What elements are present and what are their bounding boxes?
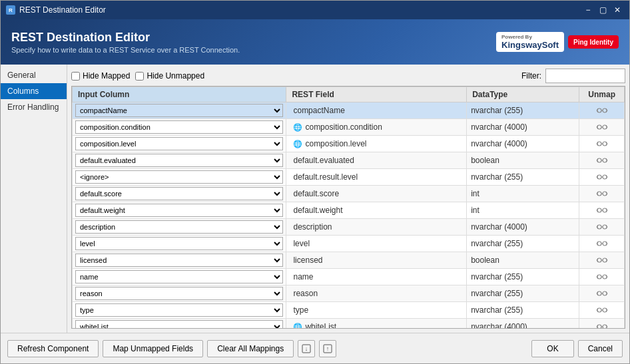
ok-button[interactable]: OK <box>531 340 573 357</box>
bottom-right-buttons: OK Cancel <box>531 340 623 357</box>
clear-all-mappings-button[interactable]: Clear All Mappings <box>207 340 294 357</box>
unmap-button[interactable] <box>582 305 621 315</box>
rest-field-text: description <box>293 222 332 232</box>
unmap-button[interactable] <box>582 189 621 198</box>
header: REST Destination Editor Specify how to w… <box>1 19 629 65</box>
rest-field-cell: level <box>286 236 467 252</box>
rest-field-text: reason <box>293 289 318 298</box>
hide-mapped-checkbox[interactable] <box>71 72 80 81</box>
input-column-cell: reason <box>73 285 286 302</box>
input-column-select[interactable]: name <box>75 270 283 283</box>
input-column-select[interactable]: compactName <box>75 104 283 117</box>
rest-field-text: default.evaluated <box>293 156 354 165</box>
datatype-cell: nvarchar (255) <box>467 269 579 285</box>
unmap-button[interactable] <box>582 289 621 298</box>
hide-unmapped-label[interactable]: Hide Unmapped <box>135 71 204 81</box>
unmap-button[interactable] <box>582 139 621 148</box>
input-column-cell: default.weight <box>73 202 286 219</box>
unmap-button[interactable] <box>582 256 621 265</box>
unmap-cell <box>579 152 625 169</box>
table-row: default.weightdefault.weightint <box>73 202 625 219</box>
unmap-icon <box>596 156 608 165</box>
table-row: descriptiondescriptionnvarchar (4000) <box>73 219 625 236</box>
datatype-cell: nvarchar (255) <box>467 302 579 319</box>
bottom-left-buttons: Refresh Component Map Unmapped Fields Cl… <box>7 340 336 357</box>
mapping-table: Input Column REST Field DataType Unmap c… <box>72 87 625 329</box>
input-column-select[interactable]: composition.condition <box>75 120 283 134</box>
unmap-button[interactable] <box>582 156 621 165</box>
unmap-button[interactable] <box>582 122 621 132</box>
input-column-cell: type <box>73 302 286 319</box>
unmap-button[interactable] <box>582 222 621 232</box>
close-button[interactable]: ✕ <box>611 4 624 16</box>
input-column-select[interactable]: reason <box>75 287 283 300</box>
maximize-button[interactable]: ▢ <box>596 4 609 16</box>
unmap-cell <box>579 219 625 236</box>
hide-unmapped-checkbox[interactable] <box>135 72 144 81</box>
input-column-select[interactable]: type <box>75 303 283 317</box>
rest-field-cell: licensed <box>286 252 467 269</box>
input-column-cell: default.score <box>73 186 286 202</box>
input-column-cell: name <box>73 269 286 285</box>
unmap-button[interactable] <box>582 106 621 115</box>
export-icon-button[interactable]: ↑ <box>319 340 336 357</box>
rest-field-text: composition.condition <box>305 122 382 132</box>
rest-field-text: level <box>293 239 310 248</box>
rest-field-cell: 🌐composition.condition <box>286 119 467 136</box>
input-column-select[interactable]: description <box>75 220 283 234</box>
refresh-component-button[interactable]: Refresh Component <box>7 340 99 357</box>
input-column-select[interactable]: level <box>75 237 283 250</box>
input-column-select[interactable]: whiteList <box>75 320 283 329</box>
header-title: REST Destination Editor <box>11 31 240 45</box>
unmap-icon <box>596 172 608 182</box>
unmap-icon <box>596 106 608 115</box>
unmap-button[interactable] <box>582 206 621 215</box>
input-column-select[interactable]: composition.level <box>75 137 283 150</box>
rest-field-text: whiteList <box>305 322 336 329</box>
input-column-select[interactable]: default.weight <box>75 204 283 217</box>
input-column-cell: licensed <box>73 252 286 269</box>
input-column-select[interactable]: licensed <box>75 254 283 267</box>
unmap-cell <box>579 119 625 136</box>
unmap-button[interactable] <box>582 322 621 329</box>
svg-text:R: R <box>9 7 13 13</box>
datatype-cell: nvarchar (4000) <box>467 136 579 152</box>
hide-unmapped-text: Hide Unmapped <box>147 71 204 81</box>
unmap-cell <box>579 202 625 219</box>
rest-field-text: licensed <box>293 256 322 265</box>
import-icon-button[interactable]: ↓ <box>298 340 315 357</box>
unmap-cell <box>579 236 625 252</box>
sidebar-item-columns[interactable]: Columns <box>1 83 67 99</box>
table-row: whiteList🌐whiteListnvarchar (4000) <box>73 319 625 329</box>
table-row: typetypenvarchar (255) <box>73 302 625 319</box>
unmap-cell <box>579 269 625 285</box>
datatype-cell: nvarchar (4000) <box>467 119 579 136</box>
unmap-button[interactable] <box>582 172 621 182</box>
datatype-cell: boolean <box>467 252 579 269</box>
input-column-select[interactable]: <ignore> <box>75 170 283 184</box>
map-unmapped-fields-button[interactable]: Map Unmapped Fields <box>103 340 203 357</box>
input-column-cell: default.evaluated <box>73 152 286 169</box>
table-row: compactNamecompactNamenvarchar (255) <box>73 102 625 119</box>
datatype-cell: nvarchar (255) <box>467 236 579 252</box>
input-column-select[interactable]: default.score <box>75 187 283 200</box>
rest-field-cell: default.result.level <box>286 169 467 186</box>
globe-icon: 🌐 <box>293 140 302 148</box>
input-column-select[interactable]: default.evaluated <box>75 154 283 167</box>
filter-input[interactable] <box>545 69 625 83</box>
header-logos: Powered By KingswaySoft Ping Identity <box>496 32 619 52</box>
sidebar-item-error-handling[interactable]: Error Handling <box>1 99 67 115</box>
minimize-button[interactable]: − <box>581 4 595 16</box>
title-bar: R REST Destination Editor − ▢ ✕ <box>1 1 629 19</box>
unmap-icon <box>596 239 608 248</box>
right-panel: Hide Mapped Hide Unmapped Filter: <box>67 65 629 333</box>
datatype-cell: nvarchar (4000) <box>467 319 579 329</box>
cancel-button[interactable]: Cancel <box>578 340 623 357</box>
sidebar-item-general[interactable]: General <box>1 67 67 83</box>
hide-mapped-label[interactable]: Hide Mapped <box>71 71 130 81</box>
rest-field-cell: compactName <box>286 102 467 119</box>
unmap-button[interactable] <box>582 239 621 248</box>
rest-field-cell: type <box>286 302 467 319</box>
unmap-button[interactable] <box>582 272 621 281</box>
unmap-icon <box>596 189 608 198</box>
